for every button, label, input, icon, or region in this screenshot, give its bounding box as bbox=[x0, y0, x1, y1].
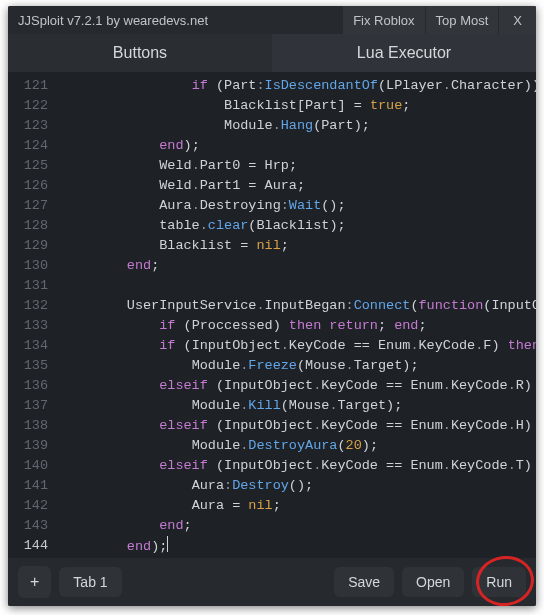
code-line[interactable]: if (Part:IsDescendantOf(LPlayer.Characte… bbox=[62, 76, 536, 96]
bottom-bar: + Tab 1 Save Open Run bbox=[8, 558, 536, 606]
code-line[interactable]: Aura.Destroying:Wait(); bbox=[62, 196, 536, 216]
code-line[interactable]: Blacklist = nil; bbox=[62, 236, 536, 256]
line-number: 141 bbox=[8, 476, 48, 496]
tab-lua-executor[interactable]: Lua Executor bbox=[272, 34, 536, 72]
code-line[interactable]: elseif (InputObject.KeyCode == Enum.KeyC… bbox=[62, 416, 536, 436]
app-window: JJSploit v7.2.1 by wearedevs.net Fix Rob… bbox=[8, 6, 536, 606]
line-number: 130 bbox=[8, 256, 48, 276]
add-tab-button[interactable]: + bbox=[18, 566, 51, 598]
titlebar: JJSploit v7.2.1 by wearedevs.net Fix Rob… bbox=[8, 6, 536, 34]
line-number: 124 bbox=[8, 136, 48, 156]
code-line[interactable]: Module.DestroyAura(20); bbox=[62, 436, 536, 456]
code-line[interactable]: end; bbox=[62, 516, 536, 536]
open-button[interactable]: Open bbox=[402, 567, 464, 597]
line-number: 129 bbox=[8, 236, 48, 256]
code-line[interactable]: Aura:Destroy(); bbox=[62, 476, 536, 496]
save-button[interactable]: Save bbox=[334, 567, 394, 597]
top-most-button[interactable]: Top Most bbox=[426, 6, 499, 34]
line-gutter: 1211221231241251261271281291301311321331… bbox=[8, 72, 58, 558]
line-number: 142 bbox=[8, 496, 48, 516]
line-number: 139 bbox=[8, 436, 48, 456]
close-button[interactable]: X bbox=[499, 6, 536, 34]
code-line[interactable]: elseif (InputObject.KeyCode == Enum.KeyC… bbox=[62, 376, 536, 396]
line-number: 134 bbox=[8, 336, 48, 356]
line-number: 135 bbox=[8, 356, 48, 376]
line-number: 131 bbox=[8, 276, 48, 296]
script-tab-1[interactable]: Tab 1 bbox=[59, 567, 121, 597]
code-line[interactable]: end); bbox=[62, 536, 536, 556]
code-line[interactable]: if (InputObject.KeyCode == Enum.KeyCode.… bbox=[62, 336, 536, 356]
code-line[interactable]: Blacklist[Part] = true; bbox=[62, 96, 536, 116]
code-area[interactable]: if (Part:IsDescendantOf(LPlayer.Characte… bbox=[58, 72, 536, 558]
code-line[interactable]: Module.Hang(Part); bbox=[62, 116, 536, 136]
line-number: 122 bbox=[8, 96, 48, 116]
line-number: 136 bbox=[8, 376, 48, 396]
code-line[interactable]: table.clear(Blacklist); bbox=[62, 216, 536, 236]
line-number: 127 bbox=[8, 196, 48, 216]
line-number: 137 bbox=[8, 396, 48, 416]
line-number: 140 bbox=[8, 456, 48, 476]
line-number: 123 bbox=[8, 116, 48, 136]
code-line[interactable]: Weld.Part1 = Aura; bbox=[62, 176, 536, 196]
line-number: 132 bbox=[8, 296, 48, 316]
code-line[interactable]: if (Proccessed) then return; end; bbox=[62, 316, 536, 336]
code-line[interactable] bbox=[62, 276, 536, 296]
line-number: 143 bbox=[8, 516, 48, 536]
run-button[interactable]: Run bbox=[472, 567, 526, 597]
code-line[interactable]: end); bbox=[62, 136, 536, 156]
code-line[interactable]: Module.Freeze(Mouse.Target); bbox=[62, 356, 536, 376]
main-tabs: Buttons Lua Executor bbox=[8, 34, 536, 72]
line-number: 125 bbox=[8, 156, 48, 176]
fix-roblox-button[interactable]: Fix Roblox bbox=[343, 6, 424, 34]
line-number: 133 bbox=[8, 316, 48, 336]
code-line[interactable]: Weld.Part0 = Hrp; bbox=[62, 156, 536, 176]
code-line[interactable]: Module.Kill(Mouse.Target); bbox=[62, 396, 536, 416]
tab-buttons[interactable]: Buttons bbox=[8, 34, 272, 72]
code-editor[interactable]: 1211221231241251261271281291301311321331… bbox=[8, 72, 536, 558]
code-line[interactable]: Aura = nil; bbox=[62, 496, 536, 516]
text-caret bbox=[167, 536, 168, 552]
line-number: 144 bbox=[8, 536, 48, 556]
line-number: 126 bbox=[8, 176, 48, 196]
line-number: 121 bbox=[8, 76, 48, 96]
code-line[interactable]: UserInputService.InputBegan:Connect(func… bbox=[62, 296, 536, 316]
code-line[interactable]: elseif (InputObject.KeyCode == Enum.KeyC… bbox=[62, 456, 536, 476]
window-title: JJSploit v7.2.1 by wearedevs.net bbox=[8, 6, 342, 34]
line-number: 138 bbox=[8, 416, 48, 436]
line-number: 128 bbox=[8, 216, 48, 236]
code-line[interactable]: end; bbox=[62, 256, 536, 276]
